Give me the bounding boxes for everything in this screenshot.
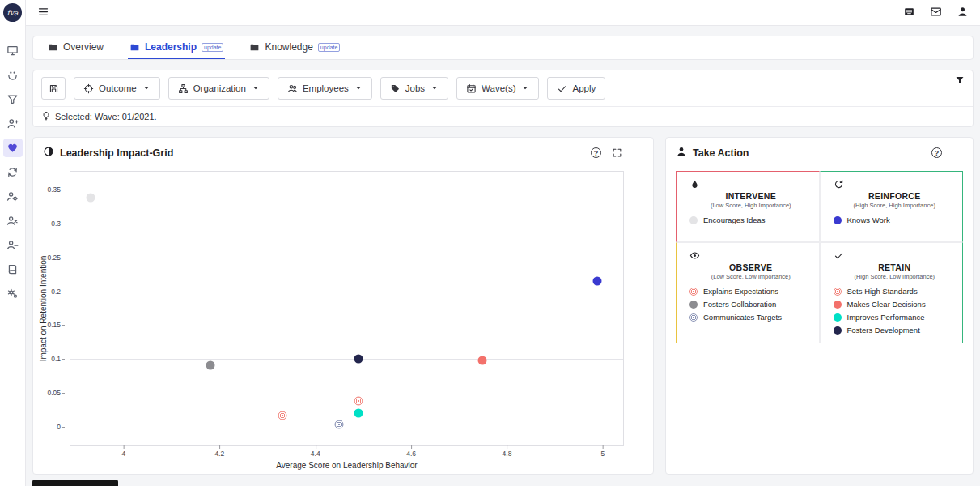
- caret-down-icon: [354, 84, 363, 92]
- filter-button-employees[interactable]: Employees: [278, 77, 372, 100]
- folder-icon: [48, 42, 58, 53]
- sidebar-item-filters[interactable]: [3, 90, 23, 109]
- action-item-label: Fosters Collaboration: [703, 300, 776, 309]
- quadrant-subtitle: (High Score, Low Importance): [834, 273, 957, 280]
- action-item: Communicates Targets: [689, 313, 812, 322]
- tab-label: Leadership: [145, 41, 197, 53]
- minimize-button[interactable]: [633, 147, 643, 158]
- sidebar: fva: [0, 0, 26, 486]
- legend-dot: [834, 288, 842, 296]
- action-item: Fosters Development: [834, 326, 957, 335]
- quadrant-retain: RETAIN(High Score, Low Importance)Sets H…: [820, 242, 964, 343]
- update-badge: update: [318, 43, 340, 52]
- quadrant-header: RETAIN(High Score, Low Importance): [834, 250, 957, 280]
- quadrant-subtitle: (High Score, High Importance): [834, 202, 957, 209]
- expand-button[interactable]: [612, 147, 622, 158]
- chart-point[interactable]: [593, 277, 602, 286]
- sidebar-item-dashboard[interactable]: [3, 41, 23, 60]
- filter-button-label: Organization: [193, 83, 246, 93]
- tab-knowledge[interactable]: Knowledgeupdate: [248, 36, 342, 59]
- take-action-panel: Take Action ? INTERVENE(Low Score, High …: [665, 137, 974, 475]
- quadrant-line-horizontal: [70, 359, 623, 360]
- help-button[interactable]: ?: [931, 147, 942, 158]
- sidebar-item-turnover[interactable]: [3, 163, 23, 181]
- sidebar-item-user-settings[interactable]: [3, 187, 23, 206]
- action-item: Encourages Ideas: [689, 215, 812, 224]
- account-button[interactable]: [955, 4, 970, 22]
- user-x-icon: [6, 215, 19, 227]
- minimize-button[interactable]: [952, 147, 963, 158]
- chart-point[interactable]: [354, 354, 363, 363]
- caret-down-icon: [431, 84, 439, 92]
- leadership-impact-grid-panel: Leadership Impact-Grid ? 44.24.44.64.850…: [32, 137, 654, 475]
- expand-icon: [612, 147, 622, 158]
- action-item-label: Communicates Targets: [703, 313, 782, 322]
- sidebar-item-user-remove[interactable]: [3, 211, 23, 230]
- action-item: Makes Clear Decisions: [834, 300, 957, 309]
- filter-button-label: Wave(s): [482, 83, 515, 93]
- tab-leadership[interactable]: Leadershipupdate: [128, 36, 225, 59]
- quadrant-items: Explains ExpectationsFosters Collaborati…: [689, 287, 812, 322]
- chart-point[interactable]: [354, 409, 363, 418]
- chart-point[interactable]: [354, 397, 363, 406]
- filter-button-outcome[interactable]: Outcome: [74, 77, 160, 100]
- filter-button-waves[interactable]: Wave(s): [456, 77, 539, 100]
- action-item: Sets High Standards: [834, 287, 957, 296]
- filter-button-organization[interactable]: Organization: [168, 77, 269, 100]
- tab-overview[interactable]: Overview: [46, 36, 105, 59]
- help-button[interactable]: ?: [591, 147, 601, 158]
- save-filters-button[interactable]: [41, 77, 66, 100]
- book-icon: [6, 263, 19, 275]
- quadrant-subtitle: (Low Score, High Importance): [689, 202, 812, 209]
- action-item: Fosters Collaboration: [689, 300, 812, 309]
- sidebar-item-settings[interactable]: [3, 284, 23, 303]
- topbar-actions: [902, 4, 970, 22]
- hamburger-menu-button[interactable]: [36, 4, 51, 22]
- quadrant-header: OBSERVE(Low Score, Low Importance): [689, 250, 812, 280]
- user-plus-icon: [6, 117, 19, 130]
- action-quadrant-grid: INTERVENE(Low Score, High Importance)Enc…: [676, 171, 963, 343]
- action-panel-title: Take Action: [693, 147, 749, 159]
- legend-dot: [834, 216, 842, 224]
- sidebar-item-reports[interactable]: [3, 260, 23, 279]
- y-tick-label: 0.05: [47, 389, 61, 397]
- droplet-icon: [689, 179, 812, 190]
- app-logo[interactable]: fva: [3, 3, 22, 22]
- quadrant-title: OBSERVE: [689, 262, 812, 272]
- sidebar-item-user-add[interactable]: [3, 114, 23, 133]
- quadrant-line-vertical: [342, 172, 342, 446]
- sync-icon: [6, 166, 19, 178]
- user-gear-icon: [6, 190, 19, 202]
- action-item-label: Explains Expectations: [703, 287, 778, 296]
- filter-button-apply[interactable]: Apply: [547, 77, 605, 100]
- quadrant-items: Sets High StandardsMakes Clear Decisions…: [834, 287, 957, 335]
- chart-point[interactable]: [206, 361, 214, 370]
- chart-point[interactable]: [87, 193, 95, 202]
- minimize-icon: [952, 147, 963, 158]
- quadrant-intervene: INTERVENE(Low Score, High Importance)Enc…: [676, 171, 820, 242]
- chart-panel-header: Leadership Impact-Grid ?: [33, 138, 653, 164]
- action-item: Explains Expectations: [689, 287, 812, 296]
- filter-toggle-button[interactable]: [955, 75, 965, 87]
- save-icon: [49, 83, 59, 94]
- eye-icon: [689, 250, 812, 261]
- sidebar-item-retention[interactable]: [3, 139, 23, 157]
- filter-button-jobs[interactable]: Jobs: [380, 77, 448, 100]
- chart-point[interactable]: [278, 411, 286, 420]
- sidebar-item-user-minus[interactable]: [3, 236, 23, 254]
- quadrant-header: REINFORCE(High Score, High Importance): [834, 179, 957, 209]
- folder-icon: [249, 42, 260, 53]
- chart-point[interactable]: [335, 420, 344, 429]
- y-tick-label: 0: [57, 423, 61, 431]
- check-icon: [557, 83, 567, 94]
- action-item: Improves Performance: [834, 313, 957, 322]
- main-content: OverviewLeadershipupdateKnowledgeupdate …: [26, 26, 980, 486]
- funnel-icon: [6, 93, 19, 105]
- sidebar-item-engagement[interactable]: [3, 66, 23, 84]
- legend-dot: [689, 313, 698, 322]
- chart-point[interactable]: [478, 356, 487, 364]
- folder-icon: [129, 42, 140, 53]
- messages-button[interactable]: [928, 4, 944, 22]
- x-tick-label: 4.8: [503, 450, 512, 458]
- manual-button[interactable]: [902, 4, 917, 22]
